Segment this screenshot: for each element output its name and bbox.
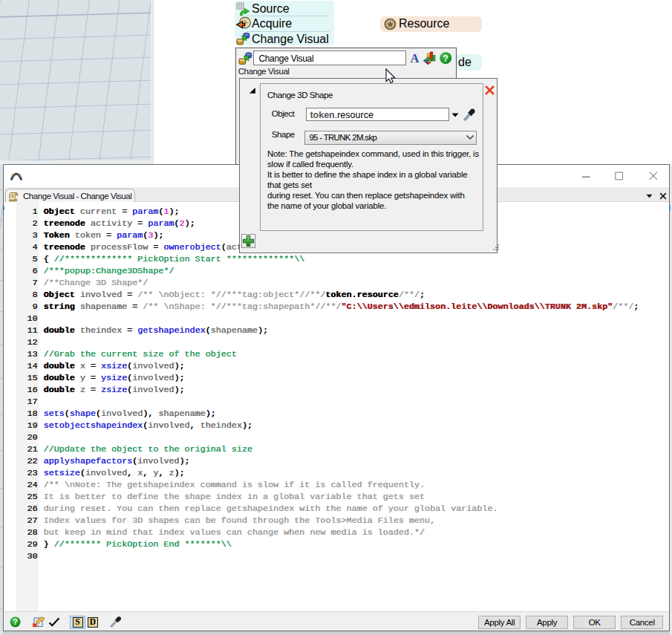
svg-text:?: ? [13,617,18,626]
svg-text:?: ? [443,53,448,64]
